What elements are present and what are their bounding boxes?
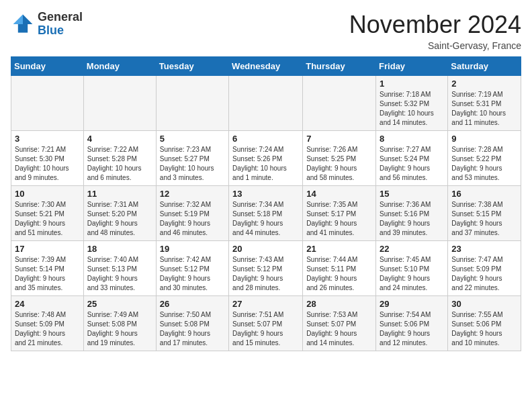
day-info: Sunrise: 7:31 AM Sunset: 5:20 PM Dayligh… (87, 200, 152, 238)
calendar: SundayMondayTuesdayWednesdayThursdayFrid… (11, 56, 521, 351)
day-number: 22 (380, 244, 444, 254)
calendar-cell: 5Sunrise: 7:23 AM Sunset: 5:27 PM Daylig… (156, 131, 228, 186)
calendar-cell: 22Sunrise: 7:45 AM Sunset: 5:10 PM Dayli… (376, 241, 448, 296)
header: General Blue November 2024 Saint-Gervasy… (11, 11, 521, 51)
day-number: 30 (451, 299, 517, 309)
day-info: Sunrise: 7:19 AM Sunset: 5:31 PM Dayligh… (451, 90, 517, 128)
day-number: 8 (380, 134, 444, 144)
calendar-cell: 4Sunrise: 7:22 AM Sunset: 5:28 PM Daylig… (83, 131, 156, 186)
month-title: November 2024 (349, 11, 521, 39)
day-info: Sunrise: 7:48 AM Sunset: 5:09 PM Dayligh… (15, 310, 80, 348)
day-info: Sunrise: 7:40 AM Sunset: 5:13 PM Dayligh… (87, 255, 152, 293)
calendar-cell: 10Sunrise: 7:30 AM Sunset: 5:21 PM Dayli… (11, 186, 84, 241)
calendar-cell: 13Sunrise: 7:34 AM Sunset: 5:18 PM Dayli… (229, 186, 303, 241)
day-number: 28 (306, 299, 372, 309)
day-info: Sunrise: 7:39 AM Sunset: 5:14 PM Dayligh… (15, 255, 80, 293)
calendar-cell: 18Sunrise: 7:40 AM Sunset: 5:13 PM Dayli… (83, 241, 156, 296)
day-number: 26 (160, 299, 225, 309)
day-info: Sunrise: 7:24 AM Sunset: 5:26 PM Dayligh… (232, 145, 299, 183)
day-number: 12 (160, 189, 225, 199)
day-info: Sunrise: 7:42 AM Sunset: 5:12 PM Dayligh… (160, 255, 225, 293)
logo-icon (11, 12, 35, 36)
day-number: 13 (232, 189, 299, 199)
logo-blue: Blue (38, 24, 83, 38)
day-info: Sunrise: 7:44 AM Sunset: 5:11 PM Dayligh… (306, 255, 372, 293)
day-number: 4 (87, 134, 152, 144)
day-info: Sunrise: 7:22 AM Sunset: 5:28 PM Dayligh… (87, 145, 152, 183)
day-info: Sunrise: 7:18 AM Sunset: 5:32 PM Dayligh… (380, 90, 444, 128)
day-info: Sunrise: 7:55 AM Sunset: 5:06 PM Dayligh… (451, 310, 517, 348)
day-number: 5 (160, 134, 225, 144)
week-row-2: 3Sunrise: 7:21 AM Sunset: 5:30 PM Daylig… (11, 131, 521, 186)
week-row-4: 17Sunrise: 7:39 AM Sunset: 5:14 PM Dayli… (11, 241, 521, 296)
day-number: 2 (451, 79, 517, 89)
calendar-cell: 3Sunrise: 7:21 AM Sunset: 5:30 PM Daylig… (11, 131, 84, 186)
day-info: Sunrise: 7:27 AM Sunset: 5:24 PM Dayligh… (380, 145, 444, 183)
day-number: 15 (380, 189, 444, 199)
day-info: Sunrise: 7:21 AM Sunset: 5:30 PM Dayligh… (15, 145, 80, 183)
day-number: 24 (15, 299, 80, 309)
day-info: Sunrise: 7:32 AM Sunset: 5:19 PM Dayligh… (160, 200, 225, 238)
day-number: 18 (87, 244, 152, 254)
day-number: 19 (160, 244, 225, 254)
page: General Blue November 2024 Saint-Gervasy… (0, 0, 532, 359)
day-number: 21 (306, 244, 372, 254)
weekday-wednesday: Wednesday (229, 57, 303, 76)
day-number: 7 (306, 134, 372, 144)
day-info: Sunrise: 7:28 AM Sunset: 5:22 PM Dayligh… (451, 145, 517, 183)
day-number: 16 (451, 189, 517, 199)
calendar-cell: 20Sunrise: 7:43 AM Sunset: 5:12 PM Dayli… (229, 241, 303, 296)
day-info: Sunrise: 7:45 AM Sunset: 5:10 PM Dayligh… (380, 255, 444, 293)
calendar-cell: 8Sunrise: 7:27 AM Sunset: 5:24 PM Daylig… (376, 131, 448, 186)
calendar-cell (303, 76, 376, 131)
calendar-cell: 21Sunrise: 7:44 AM Sunset: 5:11 PM Dayli… (303, 241, 376, 296)
location: Saint-Gervasy, France (349, 40, 521, 51)
day-number: 1 (380, 79, 444, 89)
calendar-cell: 7Sunrise: 7:26 AM Sunset: 5:25 PM Daylig… (303, 131, 376, 186)
week-row-1: 1Sunrise: 7:18 AM Sunset: 5:32 PM Daylig… (11, 76, 521, 131)
day-number: 27 (232, 299, 299, 309)
calendar-cell: 11Sunrise: 7:31 AM Sunset: 5:20 PM Dayli… (83, 186, 156, 241)
calendar-cell: 24Sunrise: 7:48 AM Sunset: 5:09 PM Dayli… (11, 296, 84, 351)
logo: General Blue (11, 11, 83, 38)
day-number: 14 (306, 189, 372, 199)
calendar-cell: 25Sunrise: 7:49 AM Sunset: 5:08 PM Dayli… (83, 296, 156, 351)
calendar-cell: 16Sunrise: 7:38 AM Sunset: 5:15 PM Dayli… (448, 186, 521, 241)
day-number: 3 (15, 134, 80, 144)
weekday-header-row: SundayMondayTuesdayWednesdayThursdayFrid… (11, 57, 521, 76)
calendar-cell: 1Sunrise: 7:18 AM Sunset: 5:32 PM Daylig… (376, 76, 448, 131)
weekday-monday: Monday (83, 57, 156, 76)
day-number: 9 (451, 134, 517, 144)
day-number: 29 (380, 299, 444, 309)
weekday-thursday: Thursday (303, 57, 376, 76)
calendar-cell (11, 76, 84, 131)
calendar-cell: 27Sunrise: 7:51 AM Sunset: 5:07 PM Dayli… (229, 296, 303, 351)
calendar-cell (83, 76, 156, 131)
day-number: 10 (15, 189, 80, 199)
day-info: Sunrise: 7:26 AM Sunset: 5:25 PM Dayligh… (306, 145, 372, 183)
weekday-saturday: Saturday (448, 57, 521, 76)
day-info: Sunrise: 7:50 AM Sunset: 5:08 PM Dayligh… (160, 310, 225, 348)
calendar-cell: 9Sunrise: 7:28 AM Sunset: 5:22 PM Daylig… (448, 131, 521, 186)
calendar-cell: 23Sunrise: 7:47 AM Sunset: 5:09 PM Dayli… (448, 241, 521, 296)
weekday-friday: Friday (376, 57, 448, 76)
calendar-cell: 19Sunrise: 7:42 AM Sunset: 5:12 PM Dayli… (156, 241, 228, 296)
day-number: 20 (232, 244, 299, 254)
svg-marker-1 (13, 14, 23, 24)
logo-text: General Blue (38, 11, 83, 38)
day-info: Sunrise: 7:47 AM Sunset: 5:09 PM Dayligh… (451, 255, 517, 293)
day-info: Sunrise: 7:53 AM Sunset: 5:07 PM Dayligh… (306, 310, 372, 348)
day-info: Sunrise: 7:38 AM Sunset: 5:15 PM Dayligh… (451, 200, 517, 238)
weekday-sunday: Sunday (11, 57, 84, 76)
calendar-cell: 2Sunrise: 7:19 AM Sunset: 5:31 PM Daylig… (448, 76, 521, 131)
day-info: Sunrise: 7:35 AM Sunset: 5:17 PM Dayligh… (306, 200, 372, 238)
day-info: Sunrise: 7:30 AM Sunset: 5:21 PM Dayligh… (15, 200, 80, 238)
calendar-cell (156, 76, 228, 131)
calendar-cell: 26Sunrise: 7:50 AM Sunset: 5:08 PM Dayli… (156, 296, 228, 351)
day-number: 23 (451, 244, 517, 254)
day-info: Sunrise: 7:51 AM Sunset: 5:07 PM Dayligh… (232, 310, 299, 348)
day-number: 6 (232, 134, 299, 144)
weekday-tuesday: Tuesday (156, 57, 228, 76)
calendar-cell: 15Sunrise: 7:36 AM Sunset: 5:16 PM Dayli… (376, 186, 448, 241)
calendar-cell: 29Sunrise: 7:54 AM Sunset: 5:06 PM Dayli… (376, 296, 448, 351)
